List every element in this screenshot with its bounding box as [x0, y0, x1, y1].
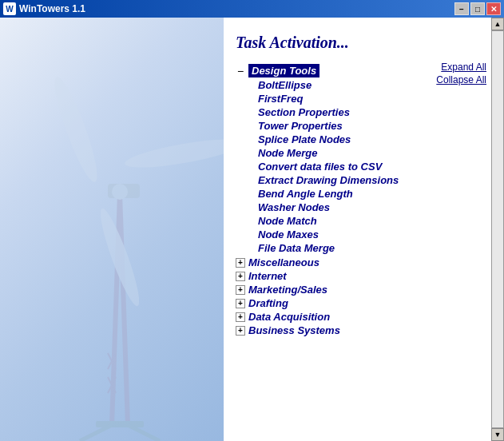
business-systems-toggle-icon[interactable]: + — [236, 326, 245, 336]
miscellaneous-toggle-icon[interactable]: + — [236, 258, 245, 268]
tree-container: − Design Tools BoltEllipse FirstFreq Sec… — [236, 64, 492, 336]
leaf-file-data-merge[interactable]: File Data Merge — [258, 241, 476, 255]
design-tools-children: BoltEllipse FirstFreq Section Properties… — [236, 78, 476, 255]
expand-all-button[interactable]: Expand All — [441, 62, 486, 73]
tree-group-design-tools: − Design Tools BoltEllipse FirstFreq Sec… — [236, 64, 476, 255]
scrollbar[interactable]: ▲ ▼ — [491, 18, 504, 441]
leaf-bend-angle-length[interactable]: Bend Angle Length — [258, 187, 476, 201]
close-button[interactable]: ✕ — [486, 2, 501, 15]
page-title: Task Activation... — [236, 34, 492, 52]
svg-line-1 — [120, 193, 128, 425]
scrollbar-track[interactable] — [491, 30, 504, 428]
leaf-splice-plate-nodes[interactable]: Splice Plate Nodes — [258, 133, 476, 146]
leaf-convert-data-files[interactable]: Convert data files to CSV — [258, 160, 476, 173]
scroll-up-button[interactable]: ▲ — [491, 18, 504, 30]
design-tools-label[interactable]: Design Tools — [248, 64, 319, 77]
design-tools-toggle-icon[interactable]: − — [236, 65, 245, 77]
internet-label[interactable]: Internet — [248, 270, 287, 282]
data-acquisition-label[interactable]: Data Acquisition — [248, 311, 330, 323]
svg-line-4 — [128, 425, 160, 441]
tree-group-marketing-sales[interactable]: + Marketing/Sales — [236, 284, 476, 296]
leaf-tower-properties[interactable]: Tower Properties — [258, 119, 476, 133]
maximize-button[interactable]: □ — [470, 2, 485, 15]
right-panel: Task Activation... Expand All Collapse A… — [224, 18, 504, 441]
svg-line-3 — [80, 425, 112, 441]
miscellaneous-label[interactable]: Miscellaneous — [248, 256, 319, 268]
svg-point-12 — [123, 133, 224, 173]
leaf-node-merge[interactable]: Node Merge — [258, 146, 476, 160]
content-area: Task Activation... Expand All Collapse A… — [224, 18, 504, 441]
tree-group-business-systems[interactable]: + Business Systems — [236, 324, 476, 336]
tree-group-drafting[interactable]: + Drafting — [236, 297, 476, 309]
tree-group-miscellaneous[interactable]: + Miscellaneous — [236, 256, 476, 268]
app-icon: W — [3, 2, 16, 15]
drafting-toggle-icon[interactable]: + — [236, 299, 245, 308]
tree-group-internet[interactable]: + Internet — [236, 270, 476, 282]
tree-group-data-acquisition[interactable]: + Data Acquisition — [236, 311, 476, 323]
scroll-down-button[interactable]: ▼ — [491, 428, 504, 441]
business-systems-label[interactable]: Business Systems — [248, 324, 340, 336]
leaf-firstfreq[interactable]: FirstFreq — [258, 92, 476, 105]
leaf-node-match[interactable]: Node Match — [258, 214, 476, 228]
minimize-button[interactable]: − — [454, 2, 469, 15]
app-title: WinTowers 1.1 — [19, 3, 85, 14]
internet-toggle-icon[interactable]: + — [236, 272, 245, 281]
title-bar: W WinTowers 1.1 − □ ✕ — [0, 0, 504, 18]
svg-point-11 — [48, 74, 104, 185]
window-body: Task Activation... Expand All Collapse A… — [0, 18, 504, 441]
marketing-sales-toggle-icon[interactable]: + — [236, 285, 245, 295]
turbine-image — [16, 34, 224, 441]
collapse-all-button[interactable]: Collapse All — [436, 74, 486, 85]
drafting-label[interactable]: Drafting — [248, 297, 288, 309]
expand-collapse-links: Expand All Collapse All — [436, 62, 486, 85]
leaf-node-maxes[interactable]: Node Maxes — [258, 228, 476, 241]
title-bar-left: W WinTowers 1.1 — [3, 2, 85, 15]
title-bar-buttons: − □ ✕ — [454, 2, 501, 15]
leaf-section-properties[interactable]: Section Properties — [258, 105, 476, 119]
data-acquisition-toggle-icon[interactable]: + — [236, 312, 245, 322]
marketing-sales-label[interactable]: Marketing/Sales — [248, 284, 327, 296]
leaf-washer-nodes[interactable]: Washer Nodes — [258, 201, 476, 214]
svg-point-10 — [112, 184, 128, 200]
svg-rect-2 — [96, 421, 144, 427]
leaf-extract-drawing-dimensions[interactable]: Extract Drawing Dimensions — [258, 173, 476, 187]
left-panel — [0, 18, 224, 441]
